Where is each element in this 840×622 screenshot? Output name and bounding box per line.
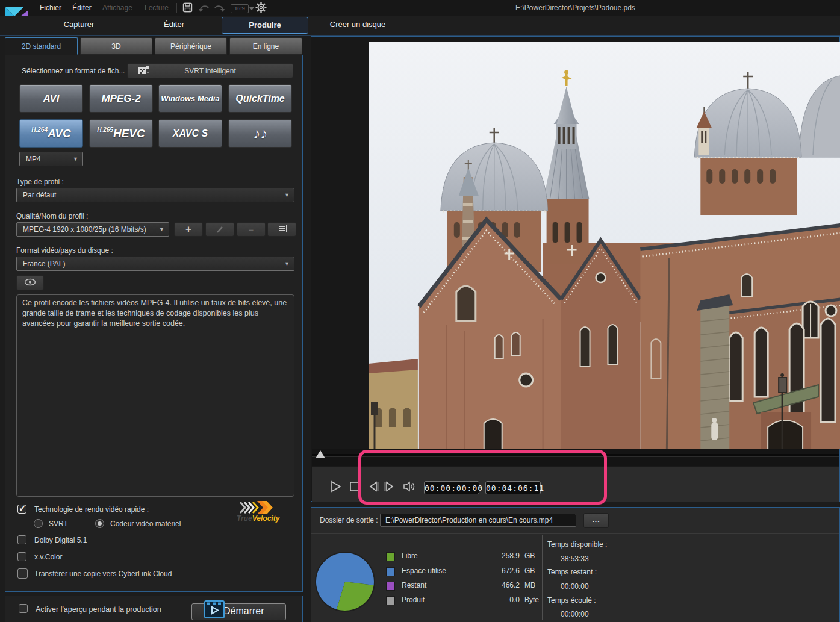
player-controls: 00:00:00:00 00:04:06:11	[312, 466, 839, 502]
format-quicktime-button[interactable]: QuickTime	[228, 84, 292, 113]
menu-fichier[interactable]: Fichier	[36, 0, 65, 16]
legend-unit: MB	[524, 581, 535, 589]
preview-during-production-label: Activer l'aperçu pendant la production	[36, 605, 161, 614]
format-mpeg2-button[interactable]: MPEG-2	[89, 84, 153, 113]
hardware-encoder-label: Codeur vidéo matériel	[110, 520, 181, 528]
legend-value: 0.0	[475, 596, 520, 604]
truevelocity-logo: TrueVelocity 5	[235, 501, 281, 524]
pencil-icon	[216, 225, 224, 235]
dropdown-arrow-icon: ▼	[73, 152, 78, 166]
basilica-photo	[369, 42, 840, 449]
profile-description: Ce profil encode les fichiers vidéos MPE…	[16, 294, 294, 497]
country-value: France (PAL)	[23, 260, 65, 268]
container-format-dropdown[interactable]: MP4 ▼	[19, 152, 83, 166]
save-icon[interactable]	[182, 2, 193, 14]
volume-button[interactable]	[403, 480, 415, 493]
produce-movie-icon	[204, 600, 225, 620]
legend-swatch	[386, 567, 395, 576]
profile-details-button[interactable]	[267, 222, 296, 237]
legend-value: 466.2	[475, 581, 520, 589]
header-divider	[0, 35, 840, 36]
seek-track[interactable]	[312, 454, 839, 457]
cloud-upload-checkbox[interactable]	[17, 568, 28, 579]
preview-panel: 00:00:00:00 00:04:06:11	[311, 36, 840, 502]
legend-label: Libre	[402, 552, 418, 560]
legend-unit: GB	[524, 552, 535, 560]
start-button-label: Démarrer	[223, 606, 264, 617]
container-format-value: MP4	[26, 155, 41, 163]
time-elapsed-value: 00:00:00	[561, 610, 589, 618]
browse-button[interactable]: ...	[583, 513, 609, 528]
time-elapsed-label: Temps écoulé :	[547, 596, 596, 605]
seek-bar[interactable]	[312, 449, 839, 466]
tab-3d[interactable]: 3D	[80, 37, 152, 55]
mode-tab-capturer[interactable]: Capturer	[36, 17, 122, 33]
settings-gear-icon[interactable]	[255, 2, 267, 15]
menu-lecture: Lecture	[141, 0, 172, 16]
mode-tab-editer[interactable]: Éditer	[135, 17, 213, 33]
profile-type-value: Par défaut	[23, 191, 56, 199]
profile-type-dropdown[interactable]: Par défaut ▼	[16, 188, 294, 202]
legend-unit: Byte	[524, 596, 539, 604]
format-audio-button[interactable]: ♪♪	[228, 119, 292, 148]
stop-button[interactable]	[349, 480, 361, 493]
legend-unit: GB	[524, 567, 535, 575]
tab-peripherique[interactable]: Périphérique	[155, 37, 227, 55]
legend-value: 258.9	[475, 552, 520, 560]
legend-swatch	[386, 596, 395, 605]
seek-thumb-icon[interactable]	[316, 450, 325, 458]
video-preview-frame	[369, 42, 840, 449]
preview-during-production-checkbox[interactable]	[19, 604, 28, 613]
format-h264-avc-button[interactable]: H.264AVC	[19, 119, 83, 148]
country-dropdown[interactable]: France (PAL) ▼	[16, 257, 294, 271]
menu-editer[interactable]: Éditer	[69, 0, 95, 16]
mode-tab-creer-disque[interactable]: Créer un disque	[312, 17, 403, 33]
time-available-value: 38:53:33	[561, 555, 589, 563]
svrt-intelligent-button[interactable]: SVRT intelligent	[127, 63, 293, 78]
aspect-ratio-caret-icon[interactable]	[249, 7, 254, 10]
tab-en-ligne[interactable]: En ligne	[229, 37, 302, 55]
country-label: Format vidéo/pays du disque :	[16, 246, 113, 255]
output-path-input[interactable]: E:\PowerDirector\Production en cours\En …	[380, 514, 576, 527]
check-icon: ✓	[19, 503, 26, 514]
format-label: Windows Media	[161, 94, 219, 103]
format-h265-hevc-button[interactable]: H.265HEVC	[89, 119, 153, 148]
play-button[interactable]	[330, 480, 342, 493]
legend-swatch	[386, 582, 395, 591]
aspect-ratio-badge[interactable]: 16:9	[231, 4, 249, 13]
fast-render-label: Technologie de rendu vidéo rapide :	[34, 505, 149, 514]
edit-profile-button[interactable]	[205, 222, 234, 237]
tab-2d-standard[interactable]: 2D standard	[5, 37, 78, 55]
next-frame-button[interactable]	[384, 480, 396, 493]
add-profile-button[interactable]: +	[174, 222, 203, 237]
format-avi-button[interactable]: AVI	[19, 84, 83, 113]
project-path-title: E:\PowerDirector\Projets\Padoue.pds	[311, 0, 840, 16]
svrt-radio-label: SVRT	[49, 520, 68, 528]
format-label: AVI	[43, 93, 59, 105]
svrt-radio[interactable]	[34, 519, 43, 528]
current-timecode[interactable]: 00:00:00:00	[424, 481, 479, 494]
svrt-icon	[138, 66, 149, 77]
mode-tab-produire[interactable]: Produire	[222, 17, 308, 34]
fast-render-checkbox[interactable]: ✓	[17, 505, 26, 514]
xvcolor-checkbox[interactable]	[17, 552, 26, 561]
undo-icon	[198, 2, 210, 14]
hardware-encoder-radio[interactable]	[95, 519, 104, 528]
xvcolor-label: x.v.Color	[34, 553, 62, 561]
previous-frame-button[interactable]	[367, 480, 379, 493]
format-label: MPEG-2	[101, 93, 140, 105]
preview-profile-button[interactable]	[16, 275, 44, 290]
stats-divider	[542, 535, 543, 620]
delete-profile-button[interactable]: −	[237, 222, 266, 237]
output-panel: Dossier de sortie : E:\PowerDirector\Pro…	[311, 507, 840, 622]
legend-swatch	[386, 552, 395, 561]
time-available-label: Temps disponible :	[547, 540, 607, 549]
quality-label: Qualité/Nom du profil :	[16, 212, 88, 220]
quality-dropdown[interactable]: MPEG-4 1920 x 1080/25p (16 Mbits/s) ▼	[16, 222, 169, 237]
duration-timecode: 00:04:06:11	[485, 481, 541, 494]
format-windows-media-button[interactable]: Windows Media	[158, 84, 222, 113]
dolby-checkbox[interactable]	[17, 535, 26, 544]
minus-icon: −	[249, 225, 254, 235]
format-xavcs-button[interactable]: XAVC S	[158, 119, 222, 148]
output-folder-label: Dossier de sortie :	[320, 516, 378, 524]
